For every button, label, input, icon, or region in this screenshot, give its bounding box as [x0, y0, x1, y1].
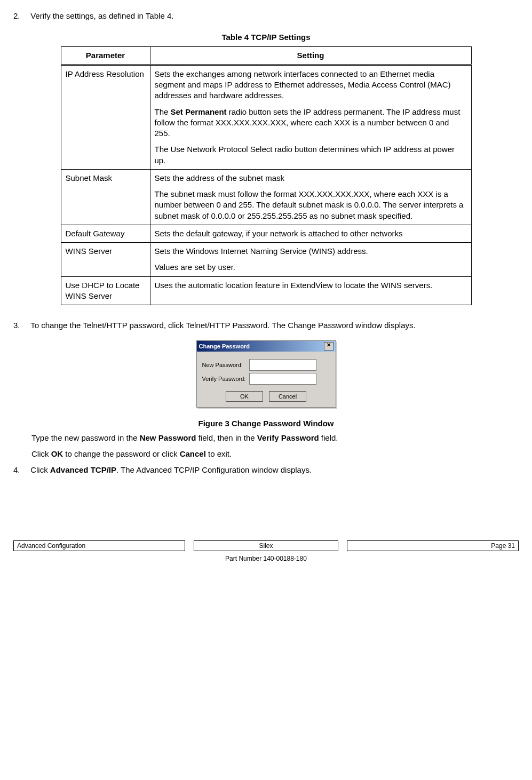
step-number: 3.: [13, 320, 28, 331]
setting-text: Values are set by user.: [155, 262, 467, 273]
setting-text: The subnet mask must follow the format X…: [155, 189, 467, 221]
instruction-line: Click OK to change the password or click…: [31, 449, 519, 459]
setting-cell: Sets the default gateway, if your networ…: [150, 225, 471, 242]
param-cell: Use DHCP to Locate WINS Server: [61, 276, 150, 305]
figure-3-caption: Figure 3 Change Password Window: [13, 418, 519, 429]
verify-password-field[interactable]: [249, 373, 316, 385]
table-row: WINS Server Sets the Windows Internet Na…: [61, 243, 471, 277]
ok-button[interactable]: OK: [226, 391, 263, 402]
table-4-caption: Table 4 TCP/IP Settings: [13, 32, 519, 43]
dialog-title: Change Password: [199, 343, 250, 351]
new-password-field[interactable]: [249, 359, 316, 371]
param-cell: WINS Server: [61, 243, 150, 277]
close-icon[interactable]: ✕: [324, 342, 334, 351]
header-setting: Setting: [150, 46, 471, 65]
page-footer: Advanced Configuration Silex Page 31: [13, 540, 519, 551]
footer-section: Advanced Configuration: [13, 540, 185, 551]
setting-text: Sets the address of the subnet mask: [155, 173, 467, 184]
setting-text: Sets the Windows Internet Naming Service…: [155, 246, 467, 257]
table-row: Default Gateway Sets the default gateway…: [61, 225, 471, 242]
step-number: 2.: [13, 11, 28, 21]
param-cell: IP Address Resolution: [61, 65, 150, 169]
part-number: Part Number 140-00188-180: [13, 554, 519, 563]
param-cell: Subnet Mask: [61, 169, 150, 225]
footer-page: Page 31: [347, 540, 519, 551]
step-number: 4.: [13, 465, 28, 475]
setting-cell: Sets the Windows Internet Naming Service…: [150, 243, 471, 277]
setting-text: The Set Permanent radio button sets the …: [155, 107, 467, 139]
step-2: 2. Verify the settings, as defined in Ta…: [13, 11, 519, 21]
step-3-continued: Type the new password in the New Passwor…: [13, 433, 519, 460]
header-parameter: Parameter: [61, 46, 150, 65]
step-3: 3. To change the Telnet/HTTP password, c…: [13, 320, 519, 331]
param-cell: Default Gateway: [61, 225, 150, 242]
cancel-button[interactable]: Cancel: [269, 391, 306, 402]
instruction-line: Type the new password in the New Passwor…: [31, 433, 519, 443]
step-text: Verify the settings, as defined in Table…: [30, 11, 513, 21]
setting-text: Sets the default gateway, if your networ…: [155, 228, 467, 239]
setting-cell: Sets the address of the subnet mask The …: [150, 169, 471, 225]
table-row: IP Address Resolution Sets the exchanges…: [61, 65, 471, 169]
setting-cell: Uses the automatic location feature in E…: [150, 276, 471, 305]
table-row: Subnet Mask Sets the address of the subn…: [61, 169, 471, 225]
table-4: Parameter Setting IP Address Resolution …: [61, 46, 472, 306]
verify-password-label: Verify Password:: [202, 375, 249, 383]
step-text: To change the Telnet/HTTP password, clic…: [30, 320, 513, 331]
dialog-titlebar: Change Password ✕: [197, 341, 336, 352]
setting-text: Sets the exchanges among network interfa…: [155, 69, 467, 101]
footer-company: Silex: [194, 540, 338, 551]
setting-text: The Use Network Protocol Select radio bu…: [155, 144, 467, 166]
step-4: 4. Click Advanced TCP/IP. The Advanced T…: [13, 465, 519, 475]
step-text: Click Advanced TCP/IP. The Advanced TCP/…: [30, 465, 513, 475]
change-password-dialog: Change Password ✕ New Password: Verify P…: [196, 340, 336, 408]
table-row: Use DHCP to Locate WINS Server Uses the …: [61, 276, 471, 305]
setting-text: Uses the automatic location feature in E…: [155, 280, 467, 291]
table-header-row: Parameter Setting: [61, 46, 471, 65]
setting-cell: Sets the exchanges among network interfa…: [150, 65, 471, 169]
new-password-label: New Password:: [202, 361, 249, 369]
